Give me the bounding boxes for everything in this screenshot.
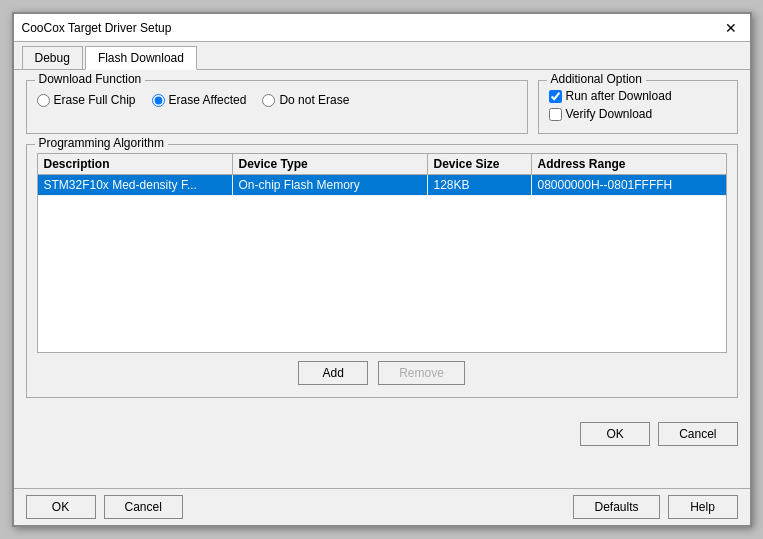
erase-full-chip-radio[interactable] — [37, 94, 50, 107]
add-button[interactable]: Add — [298, 361, 368, 385]
run-after-download-label: Run after Download — [566, 89, 672, 103]
erase-affected-option[interactable]: Erase Affected — [152, 93, 247, 107]
col-header-address-range: Address Range — [532, 154, 726, 174]
run-after-download-checkbox[interactable] — [549, 90, 562, 103]
do-not-erase-radio[interactable] — [262, 94, 275, 107]
defaults-button[interactable]: Defaults — [573, 495, 659, 519]
table-header: Description Device Type Device Size Addr… — [38, 154, 726, 175]
erase-affected-radio[interactable] — [152, 94, 165, 107]
algorithm-table: Description Device Type Device Size Addr… — [37, 153, 727, 353]
additional-option-title: Additional Option — [547, 72, 646, 86]
programming-algorithm-group: Programming Algorithm Description Device… — [26, 144, 738, 398]
verify-download-label: Verify Download — [566, 107, 653, 121]
programming-algorithm-title: Programming Algorithm — [35, 136, 168, 150]
erase-full-chip-label: Erase Full Chip — [54, 93, 136, 107]
col-header-device-type: Device Type — [233, 154, 428, 174]
additional-option-group: Additional Option Run after Download Ver… — [538, 80, 738, 134]
bottom-cancel-button[interactable]: Cancel — [104, 495, 183, 519]
col-header-description: Description — [38, 154, 233, 174]
verify-download-checkbox[interactable] — [549, 108, 562, 121]
bottom-buttons: OK Cancel Defaults Help — [14, 488, 750, 525]
erase-full-chip-option[interactable]: Erase Full Chip — [37, 93, 136, 107]
erase-affected-label: Erase Affected — [169, 93, 247, 107]
help-button[interactable]: Help — [668, 495, 738, 519]
tab-debug[interactable]: Debug — [22, 46, 83, 69]
tab-flash-download[interactable]: Flash Download — [85, 46, 197, 70]
do-not-erase-option[interactable]: Do not Erase — [262, 93, 349, 107]
download-function-title: Download Function — [35, 72, 146, 86]
cell-device-size: 128KB — [428, 175, 532, 195]
cell-description: STM32F10x Med-density F... — [38, 175, 233, 195]
window-title: CooCox Target Driver Setup — [22, 21, 172, 35]
add-remove-buttons: Add Remove — [37, 353, 727, 389]
run-after-download-option[interactable]: Run after Download — [549, 89, 727, 103]
tab-content: Download Function Erase Full Chip Erase … — [14, 70, 750, 418]
ok-button[interactable]: OK — [580, 422, 650, 446]
erase-options: Erase Full Chip Erase Affected Do not Er… — [37, 89, 517, 107]
dialog-action-buttons: OK Cancel — [14, 418, 750, 496]
title-bar: CooCox Target Driver Setup ✕ — [14, 14, 750, 42]
download-function-group: Download Function Erase Full Chip Erase … — [26, 80, 528, 134]
table-row[interactable]: STM32F10x Med-density F... On-chip Flash… — [38, 175, 726, 196]
dialog: CooCox Target Driver Setup ✕ Debug Flash… — [12, 12, 752, 527]
cancel-button[interactable]: Cancel — [658, 422, 737, 446]
bottom-left-buttons: OK Cancel — [26, 495, 183, 519]
remove-button[interactable]: Remove — [378, 361, 465, 385]
cell-device-type: On-chip Flash Memory — [233, 175, 428, 195]
verify-download-option[interactable]: Verify Download — [549, 107, 727, 121]
do-not-erase-label: Do not Erase — [279, 93, 349, 107]
tab-bar: Debug Flash Download — [14, 42, 750, 70]
col-header-device-size: Device Size — [428, 154, 532, 174]
close-button[interactable]: ✕ — [720, 20, 742, 36]
bottom-right-buttons: Defaults Help — [573, 495, 737, 519]
bottom-ok-button[interactable]: OK — [26, 495, 96, 519]
cell-address-range: 08000000H--0801FFFFH — [532, 175, 726, 195]
content-area: Download Function Erase Full Chip Erase … — [26, 80, 738, 144]
